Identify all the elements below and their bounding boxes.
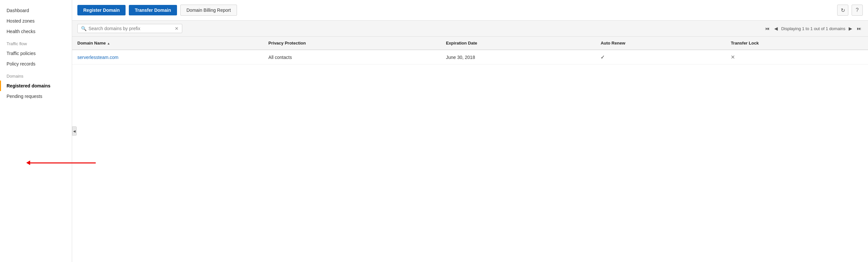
col-privacy-protection[interactable]: Privacy Protection [263,37,441,50]
cell-domain-name: serverlessteam.com [72,50,263,65]
sidebar-item-pending-requests[interactable]: Pending requests [0,91,72,101]
sidebar-item-policy-records[interactable]: Policy records [0,59,72,69]
search-bar: 🔍 ✕ ⏮ ◀ Displaying 1 to 1 out of 1 domai… [72,21,868,37]
col-domain-name[interactable]: Domain Name [72,37,263,50]
col-expiration-date[interactable]: Expiration Date [440,37,595,50]
refresh-icon: ↻ [841,7,845,13]
sidebar: Dashboard Hosted zones Health checks Tra… [0,0,72,262]
domain-link[interactable]: serverlessteam.com [78,55,118,60]
toolbar: Register Domain Transfer Domain Domain B… [72,0,868,21]
help-icon: ? [856,7,859,13]
sidebar-item-dashboard[interactable]: Dashboard [0,5,72,16]
search-input[interactable] [89,26,173,31]
pagination-text: Displaying 1 to 1 out of 1 domains [781,26,845,31]
col-transfer-lock[interactable]: Transfer Lock [725,37,868,50]
prev-page-button[interactable]: ◀ [773,25,779,32]
refresh-button[interactable]: ↻ [837,5,848,16]
table-row: serverlessteam.com All contacts June 30,… [72,50,868,65]
register-domain-button[interactable]: Register Domain [78,5,126,15]
sidebar-collapse-button[interactable]: ◀ [72,126,77,136]
last-page-button[interactable]: ⏭ [856,25,863,32]
billing-report-button[interactable]: Domain Billing Report [180,5,237,16]
domains-table-container: Domain Name Privacy Protection Expiratio… [72,37,868,262]
transfer-lock-x-icon: ✕ [731,54,735,60]
col-auto-renew[interactable]: Auto Renew [595,37,725,50]
cell-transfer-lock: ✕ [725,50,868,65]
cell-auto-renew: ✓ [595,50,725,65]
auto-renew-check-icon: ✓ [600,54,605,60]
main-content: Register Domain Transfer Domain Domain B… [72,0,868,262]
next-page-button[interactable]: ▶ [847,25,854,32]
sidebar-item-registered-domains[interactable]: Registered domains [0,80,72,91]
table-header: Domain Name Privacy Protection Expiratio… [72,37,868,50]
sidebar-item-health-checks[interactable]: Health checks [0,26,72,37]
sidebar-section-domains: Domains [0,69,72,80]
clear-search-icon[interactable]: ✕ [175,26,179,31]
pagination-info: ⏮ ◀ Displaying 1 to 1 out of 1 domains ▶… [764,25,863,32]
sidebar-item-hosted-zones[interactable]: Hosted zones [0,16,72,26]
sidebar-item-traffic-policies[interactable]: Traffic policies [0,48,72,59]
transfer-domain-button[interactable]: Transfer Domain [129,5,177,15]
help-button[interactable]: ? [851,5,863,16]
sidebar-section-traffic-flow: Traffic flow [0,37,72,48]
cell-privacy: All contacts [263,50,441,65]
search-input-wrapper: 🔍 ✕ [78,24,182,33]
search-icon: 🔍 [81,26,87,31]
first-page-button[interactable]: ⏮ [764,25,771,32]
domains-table: Domain Name Privacy Protection Expiratio… [72,37,868,65]
cell-expiration: June 30, 2018 [440,50,595,65]
table-body: serverlessteam.com All contacts June 30,… [72,50,868,65]
